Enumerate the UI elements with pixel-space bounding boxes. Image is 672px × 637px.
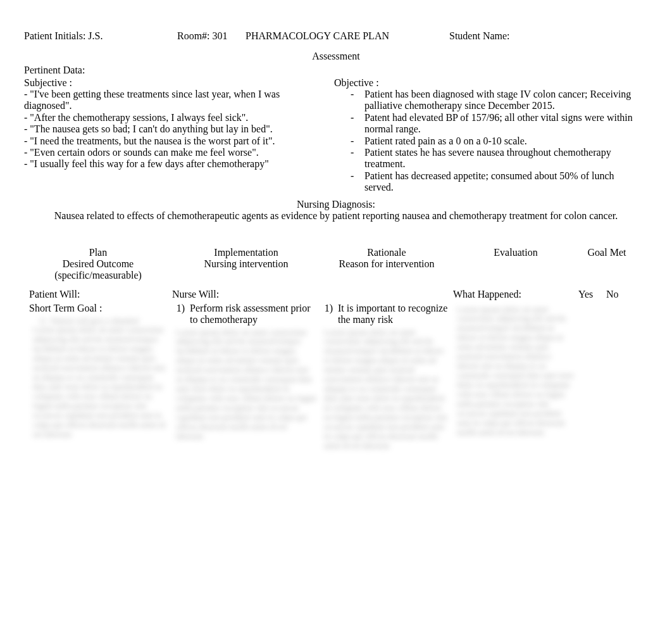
objective-item: Patient has been diagnosed with stage IV…	[351, 89, 638, 112]
objective-item: Patient has decreased appetite; consumed…	[351, 170, 638, 194]
blurred-content: Lorem ipsum dolor sit amet consectetur a…	[172, 325, 320, 477]
rat-item: 1) It is important to recognize the many…	[320, 303, 453, 325]
patient-will-label: Patient Will:	[24, 289, 172, 300]
subjective-line: - "Even certain odors or sounds can make…	[24, 147, 327, 158]
blurred-content: Lorem ipsum dolor sit amet consectetur a…	[320, 325, 453, 477]
subjective-line: - "I need the treatments, but the nausea…	[24, 136, 327, 147]
no-label: No	[606, 289, 632, 300]
subjective-label: Subjective :	[24, 77, 327, 89]
col-plan-header: Plan	[24, 247, 172, 258]
doc-title: PHARMACOLOGY CARE PLAN	[246, 30, 449, 42]
col-goal-header: Goal Met	[578, 247, 635, 258]
role-labels-row: Patient Will: Nurse Will: What Happened:…	[24, 289, 648, 300]
subjective-line: - "I've been getting these treatments si…	[24, 89, 327, 112]
plan-table: Plan Implementation Rationale Evaluation…	[24, 247, 648, 477]
objective-item: Patient states he has severe nausea thro…	[351, 147, 638, 170]
objective-section: Objective : Patient has been diagnosed w…	[334, 77, 638, 194]
patient-initials: Patient Initials: J.S.	[24, 30, 177, 42]
objective-label: Objective :	[334, 77, 638, 89]
nursing-diagnosis-body: Nausea related to effects of chemotherap…	[24, 210, 648, 222]
objective-list: Patient has been diagnosed with stage IV…	[334, 89, 638, 194]
impl-item-text: Perform risk assessment prior to chemoth…	[190, 303, 320, 325]
objective-item: Patent had elevated BP of 157/96; all ot…	[351, 112, 638, 136]
plan-sub1: Desired Outcome	[24, 258, 172, 270]
plan-sub2: (specific/measurable)	[24, 270, 172, 281]
subjective-section: Subjective : - "I've been getting these …	[24, 77, 334, 194]
rat-sub: Reason for intervention	[320, 258, 453, 270]
what-happened-label: What Happened:	[453, 289, 578, 300]
subjective-line: - "After the chemotherapy sessions, I al…	[24, 112, 327, 123]
objective-item: Patient rated pain as a 0 on a 0-10 scal…	[351, 136, 638, 147]
col-impl-header: Implementation	[172, 247, 320, 258]
plan-subheader-row: Desired Outcome (specific/measurable) Nu…	[24, 258, 648, 281]
plan-item-num: 1)	[33, 317, 51, 326]
room-number: Room#: 301	[177, 30, 246, 42]
assessment-heading: Assessment	[24, 51, 648, 62]
impl-item-num: 1)	[172, 303, 190, 325]
nurse-will-label: Nurse Will:	[172, 289, 320, 300]
subjective-line: - "The nausea gets so bad; I can't do an…	[24, 123, 327, 135]
subjective-line: - "I usually feel this way for a few day…	[24, 158, 327, 170]
pertinent-data-label: Pertinent Data:	[24, 65, 648, 76]
nursing-diagnosis-heading: Nursing Diagnosis:	[24, 199, 648, 210]
student-name-label: Student Name:	[449, 30, 648, 42]
plan-item-text: Patient will give a detailed	[51, 317, 168, 326]
impl-item: 1) Perform risk assessment prior to chem…	[172, 303, 320, 325]
rat-item-num: 1)	[320, 303, 338, 325]
impl-sub: Nursing intervention	[172, 258, 320, 270]
content-row: Short Term Goal : 1) Patient will give a…	[24, 303, 648, 477]
col-eval-header: Evaluation	[453, 247, 578, 258]
short-term-goal-label: Short Term Goal :	[29, 303, 172, 314]
plan-header-row: Plan Implementation Rationale Evaluation…	[24, 247, 648, 258]
blurred-content: Lorem ipsum dolor sit amet consectetur a…	[453, 303, 578, 461]
rat-item-text: It is important to recognize the many ri…	[338, 303, 453, 325]
yes-label: Yes	[578, 289, 606, 300]
document-header: Patient Initials: J.S. Room#: 301 PHARMA…	[24, 30, 648, 42]
assessment-body: Subjective : - "I've been getting these …	[24, 77, 648, 194]
blurred-content: 1) Patient will give a detailed Lorem ip…	[29, 314, 172, 466]
col-rat-header: Rationale	[320, 247, 453, 258]
